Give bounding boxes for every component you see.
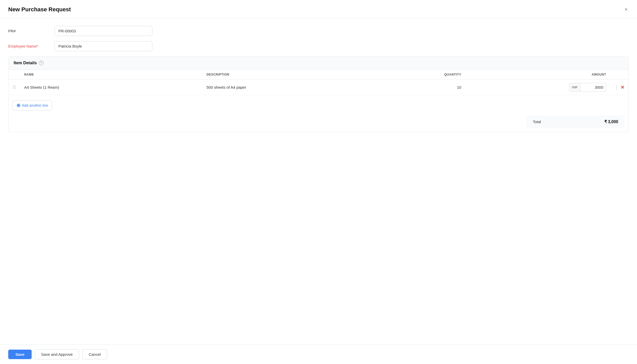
more-options-icon[interactable]: ⋮: [614, 85, 619, 90]
item-details-section: Item Details ? NAME DESCRIPTION QUANTITY…: [8, 56, 629, 132]
employee-label: Employee Name*: [8, 44, 55, 48]
modal-body: PR# Employee Name* Item Details ? NAME: [0, 18, 637, 344]
amount-col-header: AMOUNT: [465, 70, 610, 80]
actions-col-header: [610, 70, 629, 80]
item-amount-input[interactable]: [580, 83, 606, 92]
modal-title: New Purchase Request: [8, 6, 71, 13]
table-row: ⠿ INR ⋮ ✕: [8, 80, 629, 95]
items-table-wrapper: NAME DESCRIPTION QUANTITY AMOUNT ⠿: [8, 70, 629, 95]
items-tbody: ⠿ INR ⋮ ✕: [8, 80, 629, 95]
add-line-label: Add another line: [22, 103, 48, 107]
item-quantity-cell: [385, 80, 465, 95]
item-amount-cell: INR: [465, 80, 610, 95]
item-name-input[interactable]: [24, 85, 198, 89]
section-title: Item Details: [14, 61, 37, 65]
name-col-header: NAME: [20, 70, 202, 80]
items-table: NAME DESCRIPTION QUANTITY AMOUNT ⠿: [8, 70, 629, 95]
delete-row-icon[interactable]: ✕: [621, 85, 624, 90]
pr-input[interactable]: [55, 26, 152, 36]
drag-handle[interactable]: ⠿: [8, 80, 20, 95]
total-box: Total ₹ 3,000: [527, 116, 624, 128]
description-col-header: DESCRIPTION: [202, 70, 385, 80]
save-button[interactable]: Save: [8, 350, 32, 359]
employee-row: Employee Name*: [8, 41, 629, 51]
employee-input[interactable]: [55, 41, 152, 51]
row-actions: ⋮ ✕: [614, 85, 624, 90]
add-line-row: ⊕ Add another line: [8, 95, 629, 116]
quantity-col-header: QUANTITY: [385, 70, 465, 80]
pr-row: PR#: [8, 26, 629, 36]
help-icon[interactable]: ?: [39, 61, 43, 65]
close-button[interactable]: ×: [623, 6, 629, 13]
add-line-icon: ⊕: [16, 103, 20, 108]
drag-col-header: [8, 70, 20, 80]
pr-label: PR#: [8, 29, 55, 33]
add-another-line-button[interactable]: ⊕ Add another line: [13, 100, 52, 111]
save-and-approve-button[interactable]: Save and Approve: [35, 349, 79, 359]
new-purchase-request-modal: New Purchase Request × PR# Employee Name…: [0, 0, 637, 364]
currency-badge: INR: [569, 83, 580, 92]
cancel-button[interactable]: Cancel: [82, 349, 107, 359]
total-value: ₹ 3,000: [604, 119, 618, 124]
total-section: Total ₹ 3,000: [8, 116, 629, 132]
item-description-input[interactable]: [207, 85, 381, 89]
item-actions-cell: ⋮ ✕: [610, 80, 629, 95]
modal-header: New Purchase Request ×: [0, 0, 637, 18]
item-name-cell: [20, 80, 202, 95]
total-label: Total: [533, 120, 541, 124]
table-header-row: NAME DESCRIPTION QUANTITY AMOUNT: [8, 70, 629, 80]
modal-footer: Save Save and Approve Cancel: [0, 344, 637, 364]
item-quantity-input[interactable]: [446, 85, 461, 89]
item-description-cell: [202, 80, 385, 95]
section-header: Item Details ?: [8, 57, 629, 70]
